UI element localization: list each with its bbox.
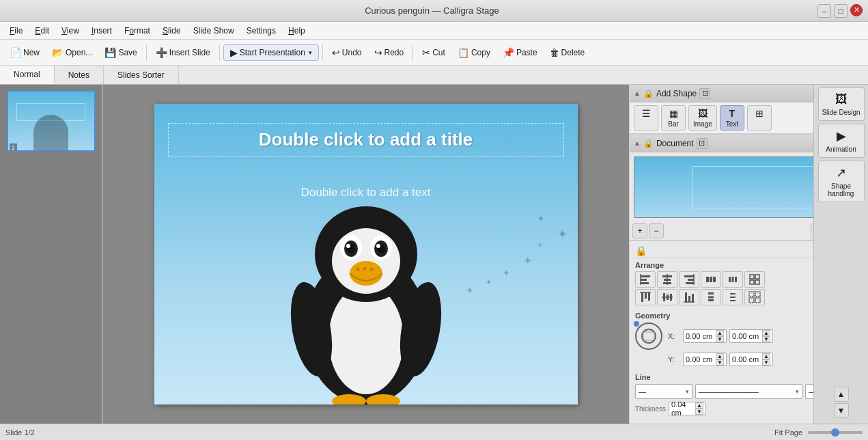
align-center-h-button[interactable] (657, 271, 677, 288)
x-size-input[interactable]: 0.00 cm ▲ ▼ (729, 329, 773, 343)
y-size-input[interactable]: 0.00 cm ▲ ▼ (729, 353, 773, 366)
line-style-select[interactable]: ———————— ▾ (695, 384, 803, 399)
x-size-increment-button[interactable]: ▲ (762, 330, 770, 336)
y-size-value: 0.00 cm (732, 355, 759, 363)
y-decrement-button[interactable]: ▼ (716, 359, 724, 366)
menu-file[interactable]: File (4, 25, 28, 37)
y-size-decrement-button[interactable]: ▼ (762, 359, 770, 366)
save-button[interactable]: 💾 Save (99, 44, 142, 61)
redo-button[interactable]: ↪ Redo (369, 44, 410, 61)
x-decrement-button[interactable]: ▼ (716, 336, 724, 342)
align-middle-v-button[interactable] (657, 289, 677, 305)
menu-slide[interactable]: Slide (157, 25, 186, 37)
restore-button[interactable]: □ (834, 4, 848, 18)
minimize-button[interactable]: – (817, 4, 831, 18)
distribute-left-button[interactable] (701, 271, 721, 288)
thickness-increment-button[interactable]: ▲ (695, 402, 703, 409)
y-size-increment-button[interactable]: ▲ (762, 353, 770, 359)
shape-tab-text[interactable]: T Text (720, 105, 744, 130)
panel-scroll-down[interactable]: ▼ (834, 403, 849, 418)
copy-button[interactable]: 📋 Copy (452, 44, 496, 61)
document-restore-button[interactable]: ⊡ (697, 138, 708, 149)
menu-help[interactable]: Help (283, 25, 311, 37)
distribute-middle-button[interactable] (723, 289, 743, 305)
shape-tab-bar[interactable]: ▦ Bar (661, 105, 686, 130)
panel-scroll-up[interactable]: ▲ (834, 387, 849, 402)
x-size-decrement-button[interactable]: ▼ (762, 336, 770, 342)
lock-icon[interactable]: 🔒 (635, 245, 647, 256)
thickness-value: 0.04 cm (671, 400, 695, 417)
align-left-button[interactable] (635, 271, 656, 288)
menu-edit[interactable]: Edit (29, 25, 55, 37)
open-button[interactable]: 📂 Open... (46, 44, 98, 61)
new-button[interactable]: 📄 New (4, 44, 45, 61)
svg-rect-40 (750, 280, 754, 284)
svg-point-14 (363, 267, 366, 271)
ungroup-button[interactable] (744, 289, 765, 305)
paste-icon: 📌 (503, 47, 514, 58)
shape-tab-text-label: Text (726, 120, 738, 128)
start-presentation-button[interactable]: ▶ Start Presentation ▾ (223, 44, 319, 61)
distribute-top-button[interactable] (701, 289, 721, 305)
x-size-spinner[interactable]: ▲ ▼ (762, 330, 770, 342)
shape-tab-image[interactable]: 🖼 Image (688, 105, 717, 130)
x-spinner[interactable]: ▲ ▼ (716, 330, 724, 342)
delete-button[interactable]: 🗑 Delete (544, 44, 591, 61)
remove-slide-button[interactable]: − (649, 223, 664, 238)
tab-slides-sorter[interactable]: Slides Sorter (104, 66, 179, 84)
add-slide-button[interactable]: + (632, 223, 647, 238)
svg-rect-44 (648, 292, 650, 301)
align-top-button[interactable] (635, 289, 656, 305)
slide-design-button[interactable]: 🖼 Slide Design (818, 87, 865, 121)
slide-design-label: Slide Design (822, 109, 860, 116)
animation-button[interactable]: ▶ Animation (818, 124, 865, 158)
menu-settings[interactable]: Settings (241, 25, 281, 37)
thickness-decrement-button[interactable]: ▼ (695, 409, 703, 415)
thickness-spinner[interactable]: ▲ ▼ (695, 402, 703, 415)
x-increment-button[interactable]: ▲ (716, 330, 724, 336)
thickness-input[interactable]: 0.04 cm ▲ ▼ (669, 402, 706, 415)
document-collapse-icon[interactable]: ▲ (634, 139, 641, 147)
shape-tab-more[interactable]: ⊞ (747, 105, 772, 130)
menu-format[interactable]: Format (119, 25, 156, 37)
close-button[interactable]: ✕ (850, 4, 863, 16)
slide-canvas[interactable]: ✦ ✦ ✦ ✦ ✦ ✦ ✦ Double click to add a titl… (154, 104, 578, 404)
svg-point-11 (376, 244, 380, 248)
zoom-slider-thumb[interactable] (831, 428, 839, 437)
add-shape-restore-button[interactable]: ⊡ (699, 88, 710, 99)
tab-notes[interactable]: Notes (55, 66, 104, 84)
line-start-style[interactable]: — ▾ (635, 384, 692, 399)
start-presentation-dropdown-icon: ▾ (309, 49, 312, 56)
line-style-value: ———————— (699, 387, 796, 396)
menu-slideshow[interactable]: Slide Show (188, 25, 240, 37)
svg-rect-50 (685, 292, 687, 302)
y-size-spinner[interactable]: ▲ ▼ (762, 353, 770, 366)
add-shape-collapse-icon[interactable]: ▲ (634, 90, 641, 97)
group-button[interactable] (744, 271, 765, 288)
insert-slide-button[interactable]: ➕ Insert Slide (150, 44, 216, 61)
menu-insert[interactable]: Insert (86, 25, 117, 37)
svg-rect-36 (732, 277, 734, 282)
new-icon: 📄 (10, 47, 21, 58)
y-increment-button[interactable]: ▲ (716, 353, 724, 359)
x-input[interactable]: 0.00 cm ▲ ▼ (683, 329, 727, 343)
text-icon: T (729, 108, 736, 119)
title-textbox[interactable]: Double click to add a title (168, 123, 564, 156)
y-input[interactable]: 0.00 cm ▲ ▼ (683, 353, 727, 366)
tab-normal[interactable]: Normal (0, 66, 55, 84)
svg-rect-59 (730, 300, 736, 301)
menu-view[interactable]: View (56, 25, 85, 37)
y-spinner[interactable]: ▲ ▼ (716, 353, 724, 366)
slide-thumbnail-1[interactable]: 1 (7, 90, 96, 152)
zoom-slider[interactable] (808, 431, 863, 434)
paste-button[interactable]: 📌 Paste (497, 44, 543, 61)
align-bottom-button[interactable] (679, 289, 699, 305)
distribute-center-button[interactable] (723, 271, 743, 288)
align-right-button[interactable] (679, 271, 699, 288)
shape-tab-basic[interactable]: ☰ (634, 105, 658, 130)
shape-handling-button[interactable]: ↗ Shape handling (818, 161, 865, 202)
content-wrapper: 1 ✦ ✦ ✦ ✦ ✦ ✦ ✦ Double click to add a ti… (0, 85, 868, 424)
cut-button[interactable]: ✂ Cut (417, 44, 451, 61)
undo-button[interactable]: ↩ Undo (326, 44, 367, 61)
svg-rect-22 (641, 282, 649, 284)
